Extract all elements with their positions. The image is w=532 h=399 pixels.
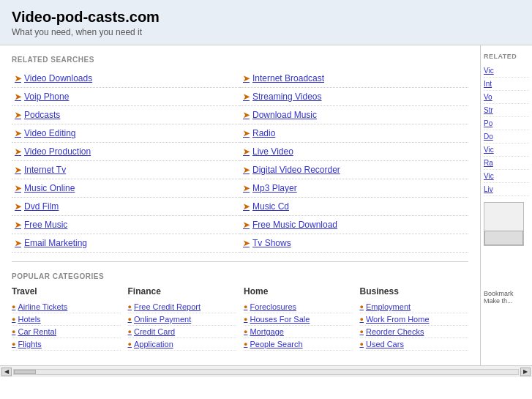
link-work-from-home[interactable]: ● Work From Home [360, 315, 469, 324]
arrow-icon: ➤ [15, 92, 21, 102]
scroll-thumb[interactable] [14, 370, 36, 374]
arrow-icon: ➤ [15, 129, 21, 138]
list-item: ● Used Cars [360, 338, 469, 351]
link-flights[interactable]: ● Flights [12, 340, 121, 348]
list-item: ● Work From Home [360, 313, 469, 326]
list-item: ➤ Digital Video Recorder [240, 161, 468, 179]
sidebar-link-8[interactable]: Ra [484, 157, 529, 170]
link-dvd-film[interactable]: ➤ Dvd Film [15, 201, 237, 212]
bookmark-label: Bookmark [484, 290, 529, 297]
sidebar-link-1[interactable]: Vic [484, 64, 529, 78]
list-item: ➤ Live Video [240, 143, 468, 161]
list-item: ● Online Payment [128, 313, 237, 326]
related-searches-label: RELATED SEARCHES [12, 56, 468, 64]
arrow-icon: ➤ [243, 184, 250, 193]
list-item: ➤ Email Marketing [12, 234, 240, 253]
link-music-online[interactable]: ➤ Music Online [15, 183, 237, 193]
arrow-icon: ➤ [15, 111, 21, 120]
bullet-icon: ● [244, 316, 247, 323]
bullet-icon: ● [128, 328, 132, 335]
link-streaming-videos[interactable]: ➤ Streaming Videos [243, 92, 465, 102]
link-foreclosures[interactable]: ● Foreclosures [244, 302, 353, 311]
link-airline-tickets[interactable]: ● Airline Tickets [12, 302, 121, 311]
link-tv-shows[interactable]: ➤ Tv Shows [243, 238, 465, 248]
link-used-cars[interactable]: ● Used Cars [360, 340, 469, 348]
site-title: Video-pod-casts.com [12, 9, 520, 26]
list-item: ➤ Tv Shows [240, 234, 468, 253]
link-live-video[interactable]: ➤ Live Video [243, 146, 465, 157]
scrollbar-track [484, 202, 524, 246]
link-voip-phone[interactable]: ➤ Voip Phone [15, 92, 237, 102]
link-employment[interactable]: ● Employment [360, 302, 469, 311]
scroll-right-button[interactable]: ▶ [520, 368, 531, 376]
scroll-track [13, 369, 519, 375]
list-item: ● Hotels [12, 313, 121, 326]
link-music-cd[interactable]: ➤ Music Cd [243, 201, 465, 212]
bullet-icon: ● [244, 340, 247, 348]
list-item: ➤ Voip Phone [12, 88, 240, 106]
popular-col-business: Business ● Employment ● Work From Home ●… [360, 286, 469, 351]
link-car-rental[interactable]: ● Car Rental [12, 327, 121, 336]
scrollbar-thumb[interactable] [484, 231, 523, 245]
list-item: ➤ Free Music [12, 216, 240, 234]
arrow-icon: ➤ [15, 165, 21, 175]
popular-categories-label: POPULAR CATEGORIES [12, 272, 468, 280]
link-reorder-checks[interactable]: ● Reorder Checks [360, 327, 469, 336]
link-credit-card[interactable]: ● Credit Card [128, 327, 237, 336]
link-video-editing[interactable]: ➤ Video Editing [15, 128, 237, 138]
list-item: ➤ Free Music Download [240, 216, 468, 234]
link-application[interactable]: ● Application [128, 340, 237, 348]
scroll-left-button[interactable]: ◀ [1, 368, 12, 376]
list-item: ➤ Streaming Videos [240, 88, 468, 106]
link-podcasts[interactable]: ➤ Podcasts [15, 110, 237, 120]
link-free-music-download[interactable]: ➤ Free Music Download [243, 220, 465, 230]
link-houses-for-sale[interactable]: ● Houses For Sale [244, 315, 353, 324]
arrow-icon: ➤ [243, 220, 250, 230]
arrow-icon: ➤ [15, 74, 21, 83]
business-heading: Business [360, 286, 469, 297]
link-video-downloads[interactable]: ➤ Video Downloads [15, 73, 237, 83]
link-people-search[interactable]: ● People Search [244, 340, 353, 348]
arrow-icon: ➤ [243, 202, 250, 212]
list-item: ➤ Video Production [12, 143, 240, 161]
sidebar-link-6[interactable]: Do [484, 130, 529, 143]
sidebar-link-9[interactable]: Vic [484, 170, 529, 183]
list-item: ● Free Credit Report [128, 301, 237, 313]
bullet-icon: ● [360, 316, 364, 323]
list-item: ● Credit Card [128, 326, 237, 338]
sidebar-link-10[interactable]: Liv [484, 183, 529, 196]
link-hotels[interactable]: ● Hotels [12, 315, 121, 324]
list-item: ➤ Dvd Film [12, 198, 240, 216]
sidebar-link-5[interactable]: Po [484, 117, 529, 130]
list-item: ➤ Internet Tv [12, 161, 240, 179]
sidebar-bookmark-text: Bookmark Make th... [484, 290, 529, 305]
sidebar-link-4[interactable]: Str [484, 104, 529, 117]
list-item: ● Reorder Checks [360, 326, 469, 338]
list-item: ● Car Rental [12, 326, 121, 338]
arrow-icon: ➤ [243, 74, 250, 83]
link-radio[interactable]: ➤ Radio [243, 128, 465, 138]
link-digital-video-recorder[interactable]: ➤ Digital Video Recorder [243, 165, 465, 175]
list-item: ➤ Radio [240, 124, 468, 143]
list-item: ➤ Download Music [240, 106, 468, 124]
link-internet-broadcast[interactable]: ➤ Internet Broadcast [243, 73, 465, 83]
list-item: ➤ Music Cd [240, 198, 468, 216]
list-item: ● Houses For Sale [244, 313, 353, 326]
link-video-production[interactable]: ➤ Video Production [15, 146, 237, 157]
link-download-music[interactable]: ➤ Download Music [243, 110, 465, 120]
links-left-col: ➤ Video Downloads ➤ Voip Phone ➤ Podcast… [12, 70, 240, 253]
header: Video-pod-casts.com What you need, when … [0, 0, 532, 45]
link-free-music[interactable]: ➤ Free Music [15, 220, 237, 230]
sidebar-link-7[interactable]: Vic [484, 143, 529, 157]
sidebar-link-2[interactable]: Int [484, 78, 529, 91]
link-mp3-player[interactable]: ➤ Mp3 Player [243, 183, 465, 193]
list-item: ● Mortgage [244, 326, 353, 338]
link-email-marketing[interactable]: ➤ Email Marketing [15, 238, 237, 248]
link-online-payment[interactable]: ● Online Payment [128, 315, 237, 324]
arrow-icon: ➤ [15, 220, 21, 230]
link-internet-tv[interactable]: ➤ Internet Tv [15, 165, 237, 175]
sidebar-link-3[interactable]: Vo [484, 91, 529, 104]
link-free-credit-report[interactable]: ● Free Credit Report [128, 302, 237, 311]
bullet-icon: ● [244, 328, 247, 335]
link-mortgage[interactable]: ● Mortgage [244, 327, 353, 336]
